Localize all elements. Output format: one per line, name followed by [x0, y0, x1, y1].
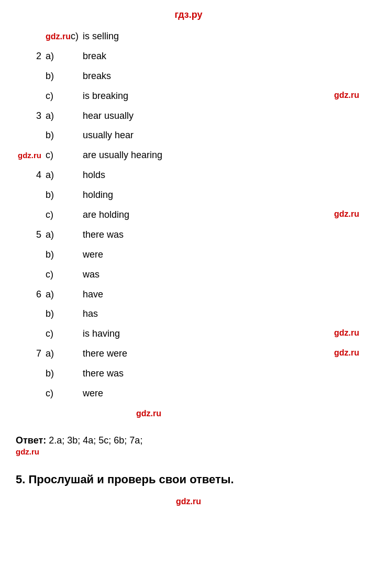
watermark-right [217, 285, 361, 305]
section-5-text: Прослушай и проверь свои ответы. [28, 473, 234, 486]
row-letter: c) [43, 384, 81, 404]
watermark-gdz: gdz.ru [334, 209, 359, 218]
section-5-number: 5. [16, 473, 25, 486]
row-letter: b) [43, 126, 81, 146]
row-letter: b) [43, 245, 81, 265]
row-num [16, 126, 43, 146]
table-row: 3 a) hear usually [16, 106, 361, 126]
watermark-right [217, 384, 361, 404]
table-row: c) is having gdz.ru [16, 324, 361, 344]
row-letter: c) [43, 205, 81, 225]
row-answer: were [81, 245, 217, 265]
answer-table: gdz.ruc) is selling 2 a) break b) breaks [16, 27, 361, 424]
watermark-right [217, 146, 361, 165]
row-answer: break [81, 47, 217, 66]
table-row: gdz.ru [16, 404, 361, 424]
row-letter: gdz.ruc) [43, 27, 81, 47]
main-content: gdz.ruc) is selling 2 a) break b) breaks [0, 27, 377, 424]
watermark-right: gdz.ru [217, 324, 361, 344]
row-num [16, 245, 43, 265]
row-answer: are holding [81, 205, 217, 225]
table-row: 5 a) there was [16, 225, 361, 245]
watermark-right [217, 245, 361, 265]
row-num [16, 66, 43, 86]
table-row: 4 a) holds [16, 165, 361, 185]
row-letter: a) [43, 344, 81, 364]
watermark-left: gdz.ru [18, 151, 41, 160]
table-row: b) were [16, 245, 361, 265]
row-answer: usually hear [81, 126, 217, 146]
section-5-title: 5. Прослушай и проверь свои ответы. [16, 473, 361, 486]
watermark-right: gdz.ru [217, 205, 361, 225]
row-num [16, 384, 43, 404]
row-letter: a) [43, 285, 81, 305]
row-num [16, 205, 43, 225]
watermark-right [217, 106, 361, 126]
watermark-right [217, 304, 361, 324]
table-row: 6 a) have [16, 285, 361, 305]
table-row: b) usually hear [16, 126, 361, 146]
watermark-gdz: gdz.ru [334, 91, 359, 99]
table-row: gdz.ru c) are usually hearing [16, 146, 361, 165]
row-empty: gdz.ru [81, 404, 217, 424]
row-num [16, 27, 43, 47]
row-letter: c) [43, 146, 81, 165]
row-empty [16, 404, 81, 424]
bottom-watermark-text: gdz.ru [176, 497, 201, 506]
table-row: 7 a) there were gdz.ru [16, 344, 361, 364]
watermark-left: gdz.ru [46, 32, 71, 41]
row-num: 2 [16, 47, 43, 66]
row-num: 6 [16, 285, 43, 305]
row-letter: b) [43, 364, 81, 384]
section-5: 5. Прослушай и проверь свои ответы. [0, 473, 377, 486]
watermark-right [217, 27, 361, 47]
row-letter: a) [43, 165, 81, 185]
watermark-right [217, 47, 361, 66]
row-letter: c) [43, 86, 81, 106]
watermark-right [217, 165, 361, 185]
row-answer: are usually hearing [81, 146, 217, 165]
row-answer: there were [81, 344, 217, 364]
row-answer: holds [81, 165, 217, 185]
row-num: 3 [16, 106, 43, 126]
watermark-right [217, 185, 361, 205]
row-answer: were [81, 384, 217, 404]
answer-label: Ответ: [16, 435, 46, 446]
watermark-right [217, 126, 361, 146]
row-answer: hear usually [81, 106, 217, 126]
row-num: 7 [16, 344, 43, 364]
row-num [16, 364, 43, 384]
table-row: b) there was [16, 364, 361, 384]
row-letter: b) [43, 185, 81, 205]
table-row: c) is breaking gdz.ru [16, 86, 361, 106]
row-num [16, 324, 43, 344]
table-row: 2 a) break [16, 47, 361, 66]
header-title: гдз.ру [174, 9, 202, 20]
table-row: c) was [16, 265, 361, 285]
answer-value: 2.a; 3b; 4a; 5c; 6b; 7a; [49, 435, 142, 446]
row-answer: there was [81, 364, 217, 384]
row-letter: c) [43, 324, 81, 344]
row-num [16, 86, 43, 106]
table-row: c) were [16, 384, 361, 404]
row-num [16, 185, 43, 205]
watermark-right: gdz.ru [217, 344, 361, 364]
table-row: b) has [16, 304, 361, 324]
watermark-right [217, 364, 361, 384]
row-letter: a) [43, 47, 81, 66]
row-answer: holding [81, 185, 217, 205]
row-empty [217, 404, 361, 424]
table-row: c) are holding gdz.ru [16, 205, 361, 225]
watermark-right: gdz.ru [217, 86, 361, 106]
top-header: гдз.ру [0, 5, 377, 27]
table-row: b) holding [16, 185, 361, 205]
watermark-gdz: gdz.ru [334, 348, 359, 357]
row-letter: c) [43, 265, 81, 285]
row-num: 5 [16, 225, 43, 245]
watermark-right [217, 66, 361, 86]
row-num: gdz.ru [16, 146, 43, 165]
watermark-gdz: gdz.ru [334, 328, 359, 337]
row-answer: is breaking [81, 86, 217, 106]
row-letter: b) [43, 66, 81, 86]
row-letter: b) [43, 304, 81, 324]
